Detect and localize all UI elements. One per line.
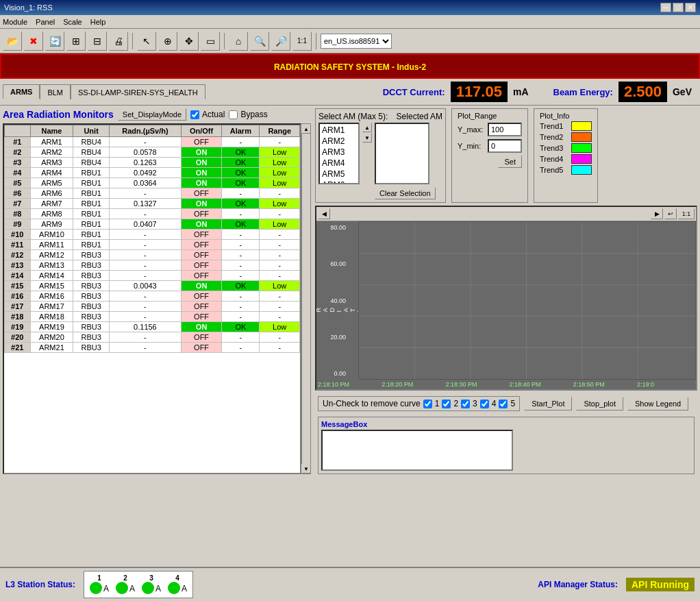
curve-5-checkbox[interactable] <box>499 400 508 408</box>
l3-label: L3 Station Status: <box>5 580 75 589</box>
table-row[interactable]: #5ARM5RBU10.0364ONOKLow <box>5 178 300 188</box>
nav1-button[interactable]: ⊞ <box>66 32 86 51</box>
plot-zoom-reset[interactable]: 1:1 <box>678 208 695 219</box>
minimize-button[interactable]: — <box>660 3 671 12</box>
curve-2-checkbox[interactable] <box>442 400 451 408</box>
table-row[interactable]: #7ARM7RBU10.1327ONOKLow <box>5 199 300 209</box>
zoom-reset-button[interactable]: 1:1 <box>292 32 312 51</box>
table-row[interactable]: #8ARM8RBU1-OFF-- <box>5 209 300 219</box>
stop-button[interactable]: ✖ <box>24 32 43 51</box>
left-panel: Area Radiation Monitors Set_DisplayMode … <box>3 108 311 474</box>
row-unit: RBU3 <box>73 322 110 332</box>
y-max-input[interactable] <box>488 123 522 136</box>
table-row[interactable]: #10ARM10RBU1-OFF-- <box>5 230 300 240</box>
row-num: #21 <box>5 343 31 353</box>
table-row[interactable]: #4ARM4RBU10.0492ONOKLow <box>5 168 300 178</box>
table-row[interactable]: #1ARM1RBU4-OFF-- <box>5 137 300 147</box>
am-scroll-down[interactable]: ▼ <box>362 133 372 143</box>
stop-plot-button[interactable]: Stop_plot <box>576 397 623 410</box>
clear-selection-button[interactable]: Clear Selection <box>375 187 436 199</box>
am-scroll: ▲ ▼ <box>362 123 372 199</box>
plot-nav-back[interactable]: ↩ <box>664 208 677 219</box>
table-row[interactable]: #3ARM3RBU40.1263ONOKLow <box>5 158 300 168</box>
curve-3-checkbox[interactable] <box>461 400 470 408</box>
show-legend-button[interactable]: Show Legend <box>627 397 688 410</box>
table-row[interactable]: #21ARM21RBU3-OFF-- <box>5 343 300 353</box>
menu-scale[interactable]: Scale <box>63 18 82 26</box>
table-row[interactable]: #19ARM19RBU30.1156ONOKLow <box>5 322 300 332</box>
table-scrollbar[interactable]: ▲ ▼ <box>301 123 311 474</box>
table-row[interactable]: #11ARM11RBU1-OFF-- <box>5 240 300 250</box>
am-item-1[interactable]: ARM1 <box>321 125 358 136</box>
nav2-button[interactable]: ⊟ <box>88 32 107 51</box>
row-alarm: - <box>222 250 260 260</box>
row-onoff: ON <box>181 168 221 178</box>
right-panel: Select AM (Max 5): Selected AM ARM1 ARM2… <box>315 108 697 474</box>
plot-nav-right[interactable]: ▶ <box>651 208 663 219</box>
am-item-3[interactable]: ARM3 <box>321 147 358 158</box>
am-scroll-up[interactable]: ▲ <box>362 123 372 132</box>
tab-health[interactable]: SS-DI-LAMP-SIREN-SYS_HEALTH <box>71 84 205 99</box>
row-unit: RBU1 <box>73 199 110 209</box>
plot-nav-left[interactable]: ◀ <box>318 208 330 219</box>
table-row[interactable]: #15ARM15RBU30.0043ONOKLow <box>5 281 300 291</box>
row-unit: RBU1 <box>73 178 110 188</box>
scroll-down-arrow[interactable]: ▼ <box>301 464 311 474</box>
row-onoff: ON <box>181 147 221 158</box>
tab-blm[interactable]: BLM <box>40 84 71 99</box>
zoom-out-button[interactable]: 🔎 <box>271 32 290 51</box>
table-row[interactable]: #16ARM16RBU3-OFF-- <box>5 291 300 302</box>
maximize-button[interactable]: □ <box>673 3 684 12</box>
curve-1-checkbox[interactable] <box>423 400 432 408</box>
table-row[interactable]: #9ARM9RBU10.0407ONOKLow <box>5 219 300 230</box>
set-range-button[interactable]: Set <box>498 156 522 168</box>
bypass-checkbox[interactable] <box>229 110 238 119</box>
menu-bar: Module Panel Scale Help <box>0 15 700 29</box>
row-unit: RBU3 <box>73 332 110 343</box>
home-button[interactable]: ⌂ <box>229 32 248 51</box>
table-row[interactable]: #6ARM6RBU1-OFF-- <box>5 188 300 199</box>
am-item-2[interactable]: ARM2 <box>321 136 358 147</box>
am-item-6[interactable]: ARM6 <box>321 180 358 184</box>
cursor-button[interactable]: ↖ <box>137 32 156 51</box>
refresh-button[interactable]: 🔄 <box>45 32 64 51</box>
menu-help[interactable]: Help <box>90 18 106 26</box>
table-row[interactable]: #14ARM14RBU3-OFF-- <box>5 271 300 281</box>
am-listbox[interactable]: ARM1 ARM2 ARM3 ARM4 ARM5 ARM6 ARM7 <box>318 123 360 184</box>
row-name: ARM17 <box>30 302 73 312</box>
row-name: ARM12 <box>30 250 73 260</box>
am-item-5[interactable]: ARM5 <box>321 169 358 180</box>
station-1-label: A <box>103 584 109 593</box>
zoom-in-button[interactable]: 🔍 <box>250 32 269 51</box>
col-onoff: On/Off <box>181 125 221 137</box>
scroll-up-arrow[interactable]: ▲ <box>301 124 311 134</box>
open-folder-button[interactable]: 📂 <box>3 32 22 51</box>
print-button[interactable]: 🖨 <box>109 32 128 51</box>
plot-controls: Un-Check to remove curve 1 2 3 4 5 Start… <box>315 393 697 414</box>
table-row[interactable]: #2ARM2RBU40.0578ONOKLow <box>5 147 300 158</box>
table-row[interactable]: #18ARM18RBU3-OFF-- <box>5 312 300 322</box>
rect-button[interactable]: ▭ <box>201 32 220 51</box>
table-row[interactable]: #20ARM20RBU3-OFF-- <box>5 332 300 343</box>
selected-am-list[interactable] <box>375 123 429 184</box>
actual-checkbox[interactable] <box>190 110 199 119</box>
table-row[interactable]: #12ARM12RBU3-OFF-- <box>5 250 300 260</box>
target-button[interactable]: ⊕ <box>158 32 177 51</box>
table-row[interactable]: #13ARM13RBU3-OFF-- <box>5 260 300 271</box>
am-item-4[interactable]: ARM4 <box>321 158 358 169</box>
tab-arms[interactable]: ARMS <box>3 84 40 99</box>
locale-select[interactable]: en_US.iso88591 <box>321 34 392 49</box>
start-plot-button[interactable]: Start_Plot <box>524 397 572 410</box>
set-display-mode-button[interactable]: Set_DisplayMode <box>118 108 186 121</box>
trend3-row: Trend3 <box>540 143 592 153</box>
y-min-input[interactable] <box>488 139 522 153</box>
curve-4-checkbox[interactable] <box>480 400 489 408</box>
close-button[interactable]: ✕ <box>685 3 696 12</box>
table-row[interactable]: #17ARM17RBU3-OFF-- <box>5 302 300 312</box>
menu-panel[interactable]: Panel <box>36 18 55 26</box>
menu-module[interactable]: Module <box>3 18 27 26</box>
row-alarm: - <box>222 230 260 240</box>
move-button[interactable]: ✥ <box>179 32 199 51</box>
row-onoff: ON <box>181 322 221 332</box>
row-onoff: OFF <box>181 332 221 343</box>
